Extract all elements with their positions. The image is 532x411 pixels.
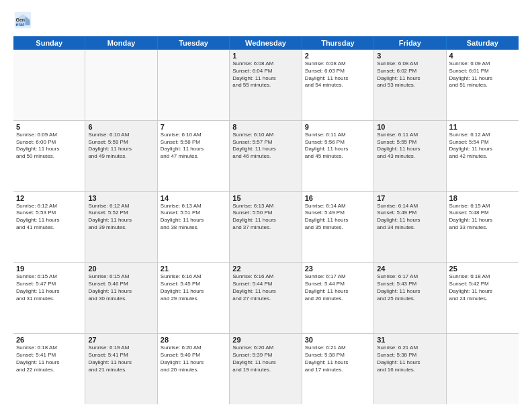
calendar-header: SundayMondayTuesdayWednesdayThursdayFrid…	[13, 36, 519, 50]
calendar-cell: 31Sunrise: 6:21 AM Sunset: 5:38 PM Dayli…	[374, 334, 446, 404]
day-number: 11	[449, 123, 516, 131]
calendar-cell: 28Sunrise: 6:20 AM Sunset: 5:40 PM Dayli…	[158, 334, 230, 404]
day-info: Sunrise: 6:11 AM Sunset: 5:56 PM Dayligh…	[305, 132, 371, 161]
day-info: Sunrise: 6:10 AM Sunset: 5:58 PM Dayligh…	[161, 132, 226, 161]
calendar: SundayMondayTuesdayWednesdayThursdayFrid…	[13, 36, 519, 404]
day-number: 12	[16, 194, 82, 202]
day-number: 24	[377, 265, 443, 273]
logo-icon: Gen eral	[13, 11, 32, 30]
svg-text:eral: eral	[16, 22, 25, 27]
page: Gen eral SundayMondayTuesdayWednesdayThu…	[0, 0, 532, 411]
calendar-week-3: 12Sunrise: 6:12 AM Sunset: 5:53 PM Dayli…	[13, 192, 519, 263]
calendar-cell: 6Sunrise: 6:10 AM Sunset: 5:59 PM Daylig…	[85, 121, 157, 191]
day-number: 20	[88, 265, 154, 273]
day-info: Sunrise: 6:18 AM Sunset: 5:42 PM Dayligh…	[449, 273, 516, 302]
day-number: 5	[16, 123, 82, 131]
day-info: Sunrise: 6:20 AM Sunset: 5:39 PM Dayligh…	[232, 345, 298, 373]
day-info: Sunrise: 6:21 AM Sunset: 5:38 PM Dayligh…	[305, 345, 371, 373]
header: Gen eral	[13, 11, 519, 30]
day-info: Sunrise: 6:17 AM Sunset: 5:44 PM Dayligh…	[305, 273, 371, 302]
day-number: 3	[377, 52, 443, 60]
calendar-cell: 1Sunrise: 6:08 AM Sunset: 6:04 PM Daylig…	[230, 50, 302, 120]
day-number: 17	[377, 194, 443, 202]
calendar-cell	[447, 334, 519, 404]
day-info: Sunrise: 6:16 AM Sunset: 5:45 PM Dayligh…	[161, 273, 226, 302]
day-info: Sunrise: 6:15 AM Sunset: 5:46 PM Dayligh…	[88, 273, 154, 302]
calendar-week-4: 19Sunrise: 6:15 AM Sunset: 5:47 PM Dayli…	[13, 263, 519, 334]
day-header-wednesday: Wednesday	[230, 36, 302, 50]
calendar-week-5: 26Sunrise: 6:18 AM Sunset: 5:41 PM Dayli…	[13, 334, 519, 404]
day-number: 14	[161, 194, 226, 202]
day-number: 26	[16, 336, 82, 344]
calendar-cell	[85, 50, 157, 120]
day-number: 2	[305, 52, 371, 60]
day-info: Sunrise: 6:20 AM Sunset: 5:40 PM Dayligh…	[161, 345, 226, 373]
day-info: Sunrise: 6:14 AM Sunset: 5:49 PM Dayligh…	[305, 203, 371, 232]
calendar-cell: 4Sunrise: 6:09 AM Sunset: 6:01 PM Daylig…	[447, 50, 519, 120]
calendar-cell: 21Sunrise: 6:16 AM Sunset: 5:45 PM Dayli…	[158, 263, 230, 333]
day-info: Sunrise: 6:15 AM Sunset: 5:48 PM Dayligh…	[449, 203, 516, 232]
day-header-sunday: Sunday	[13, 36, 85, 50]
day-number: 31	[377, 336, 443, 344]
day-info: Sunrise: 6:12 AM Sunset: 5:54 PM Dayligh…	[449, 132, 516, 161]
day-number: 16	[305, 194, 371, 202]
day-info: Sunrise: 6:10 AM Sunset: 5:59 PM Dayligh…	[88, 132, 154, 161]
day-header-tuesday: Tuesday	[158, 36, 230, 50]
calendar-cell: 17Sunrise: 6:14 AM Sunset: 5:49 PM Dayli…	[374, 192, 446, 263]
calendar-cell: 25Sunrise: 6:18 AM Sunset: 5:42 PM Dayli…	[447, 263, 519, 333]
calendar-week-2: 5Sunrise: 6:09 AM Sunset: 6:00 PM Daylig…	[13, 121, 519, 192]
day-info: Sunrise: 6:13 AM Sunset: 5:50 PM Dayligh…	[232, 203, 298, 232]
day-info: Sunrise: 6:13 AM Sunset: 5:51 PM Dayligh…	[161, 203, 226, 232]
day-info: Sunrise: 6:09 AM Sunset: 6:01 PM Dayligh…	[449, 60, 516, 89]
logo: Gen eral	[13, 11, 35, 30]
day-info: Sunrise: 6:15 AM Sunset: 5:47 PM Dayligh…	[16, 273, 82, 302]
day-info: Sunrise: 6:09 AM Sunset: 6:00 PM Dayligh…	[16, 132, 82, 161]
day-number: 18	[449, 194, 516, 202]
calendar-cell: 15Sunrise: 6:13 AM Sunset: 5:50 PM Dayli…	[230, 192, 302, 263]
calendar-cell: 11Sunrise: 6:12 AM Sunset: 5:54 PM Dayli…	[447, 121, 519, 191]
calendar-cell: 27Sunrise: 6:19 AM Sunset: 5:41 PM Dayli…	[85, 334, 157, 404]
calendar-cell	[158, 50, 230, 120]
day-number: 19	[16, 265, 82, 273]
calendar-body: 1Sunrise: 6:08 AM Sunset: 6:04 PM Daylig…	[13, 50, 519, 404]
day-number: 9	[305, 123, 371, 131]
calendar-cell: 7Sunrise: 6:10 AM Sunset: 5:58 PM Daylig…	[158, 121, 230, 191]
calendar-week-1: 1Sunrise: 6:08 AM Sunset: 6:04 PM Daylig…	[13, 50, 519, 121]
calendar-cell: 26Sunrise: 6:18 AM Sunset: 5:41 PM Dayli…	[13, 334, 85, 404]
day-info: Sunrise: 6:18 AM Sunset: 5:41 PM Dayligh…	[16, 345, 82, 373]
day-header-thursday: Thursday	[302, 36, 374, 50]
day-number: 27	[88, 336, 154, 344]
day-number: 28	[161, 336, 226, 344]
day-info: Sunrise: 6:14 AM Sunset: 5:49 PM Dayligh…	[377, 203, 443, 232]
day-number: 13	[88, 194, 154, 202]
day-number: 25	[449, 265, 516, 273]
day-number: 23	[305, 265, 371, 273]
day-number: 21	[161, 265, 226, 273]
calendar-cell: 22Sunrise: 6:16 AM Sunset: 5:44 PM Dayli…	[230, 263, 302, 333]
calendar-cell: 9Sunrise: 6:11 AM Sunset: 5:56 PM Daylig…	[302, 121, 374, 191]
day-header-monday: Monday	[85, 36, 157, 50]
calendar-cell: 12Sunrise: 6:12 AM Sunset: 5:53 PM Dayli…	[13, 192, 85, 263]
calendar-cell: 3Sunrise: 6:08 AM Sunset: 6:02 PM Daylig…	[374, 50, 446, 120]
day-info: Sunrise: 6:10 AM Sunset: 5:57 PM Dayligh…	[232, 132, 298, 161]
calendar-cell: 2Sunrise: 6:08 AM Sunset: 6:03 PM Daylig…	[302, 50, 374, 120]
day-number: 30	[305, 336, 371, 344]
calendar-cell: 29Sunrise: 6:20 AM Sunset: 5:39 PM Dayli…	[230, 334, 302, 404]
day-info: Sunrise: 6:16 AM Sunset: 5:44 PM Dayligh…	[232, 273, 298, 302]
day-info: Sunrise: 6:11 AM Sunset: 5:55 PM Dayligh…	[377, 132, 443, 161]
day-header-friday: Friday	[374, 36, 446, 50]
day-info: Sunrise: 6:08 AM Sunset: 6:02 PM Dayligh…	[377, 60, 443, 89]
day-number: 15	[232, 194, 298, 202]
day-info: Sunrise: 6:12 AM Sunset: 5:53 PM Dayligh…	[16, 203, 82, 232]
calendar-cell: 18Sunrise: 6:15 AM Sunset: 5:48 PM Dayli…	[447, 192, 519, 263]
day-number: 1	[232, 52, 298, 60]
calendar-cell: 16Sunrise: 6:14 AM Sunset: 5:49 PM Dayli…	[302, 192, 374, 263]
calendar-cell: 10Sunrise: 6:11 AM Sunset: 5:55 PM Dayli…	[374, 121, 446, 191]
calendar-cell: 5Sunrise: 6:09 AM Sunset: 6:00 PM Daylig…	[13, 121, 85, 191]
calendar-cell: 14Sunrise: 6:13 AM Sunset: 5:51 PM Dayli…	[158, 192, 230, 263]
day-number: 10	[377, 123, 443, 131]
day-info: Sunrise: 6:17 AM Sunset: 5:43 PM Dayligh…	[377, 273, 443, 302]
calendar-cell: 13Sunrise: 6:12 AM Sunset: 5:52 PM Dayli…	[85, 192, 157, 263]
day-number: 8	[232, 123, 298, 131]
day-number: 29	[232, 336, 298, 344]
